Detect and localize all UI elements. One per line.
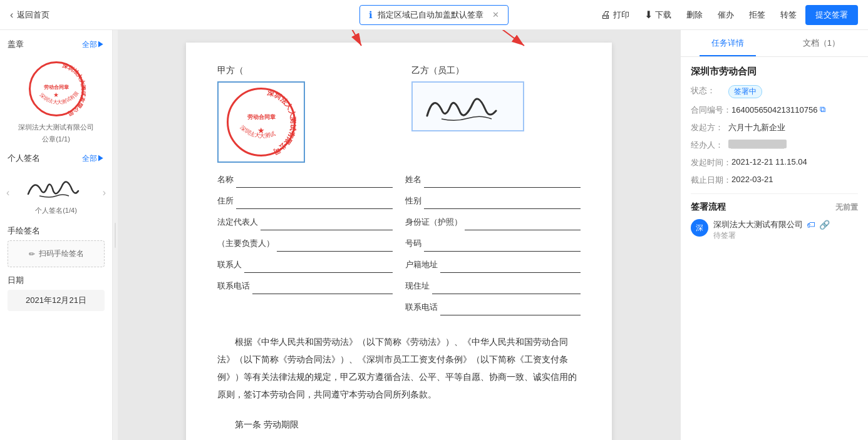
handwrite-header: 手绘签名 (8, 223, 105, 240)
field-line-id (465, 218, 581, 230)
deadline-value: 2022-03-21 (731, 175, 858, 184)
remind-button[interactable]: 催办 (711, 6, 740, 24)
field-gender: 性别 (405, 193, 581, 209)
sender-value: 六月十九新企业 (728, 122, 858, 133)
delete-label: 删除 (686, 9, 703, 21)
field-id: 身份证（护照） (405, 214, 581, 230)
field-id-num: 号码 (405, 235, 581, 252)
contract-no-key: 合同编号： (691, 105, 731, 116)
deadline-key: 截止日期： (691, 175, 731, 186)
sig-next-button[interactable]: › (101, 186, 107, 200)
party-b-col: 乙方（员工） (411, 61, 581, 166)
operator-masked: ██████████ (728, 140, 787, 148)
flow-section-header: 签署流程 无前置 (691, 202, 858, 213)
field-line-name-b (424, 175, 581, 188)
seal-thumbnail[interactable]: 深圳法大大测试有限公司 劳动合同章 ★ 深圳法大大测试有限 (0, 54, 112, 148)
notification-close-button[interactable]: ✕ (492, 10, 499, 19)
tab-document[interactable]: 文档（1） (775, 30, 869, 56)
left-sidebar: 盖章 全部▶ 深圳法大大测试有限公司 劳动合同章 ★ (0, 30, 113, 440)
print-icon: 🖨 (601, 9, 611, 21)
date-section: 日期 2021年12月21日 (0, 270, 112, 316)
field-phone-b: 联系电话 (405, 299, 581, 315)
copy-contract-no-button[interactable]: ⧉ (820, 105, 825, 115)
info-send-time-row: 发起时间： 2021-12-21 11.15.04 (691, 157, 858, 168)
document-area: 本文档仅供测试用途 本文档仅供测试用途 (118, 30, 680, 440)
field-line-address-a (236, 197, 393, 209)
notification-center: ℹ 指定区域已自动加盖默认签章 ✕ (359, 5, 509, 25)
seal-page-info: 公章(1/1) (42, 135, 70, 144)
field-principal: （主要负责人） (217, 235, 393, 252)
remind-label: 催办 (718, 9, 734, 21)
toolbar-actions: 🖨 打印 ⬇ 下载 删除 催办 拒签 转签 提交签署 (594, 5, 858, 25)
flow-section-label: 签署流程 (691, 202, 726, 213)
flow-name: 深圳法大大测试有限公司 🏷 🔗 (713, 219, 858, 230)
info-sender-row: 发起方： 六月十九新企业 (691, 122, 858, 133)
field-line-domicile (440, 260, 581, 273)
field-current-addr: 现住址 (405, 278, 581, 294)
party-b-title: 乙方（员工） (411, 61, 581, 79)
personal-sig-page-label: 个人签名(1/4) (35, 206, 77, 215)
document-page: 甲方（ 深圳法大大测试有限公司 (186, 43, 612, 440)
doc-paragraph: 根据《中华人民共和国劳动法》（以下简称《劳动法》）、《中华人民共和国劳动合同法》… (217, 333, 581, 403)
field-domicile: 户籍地址 (405, 257, 581, 273)
download-button[interactable]: ⬇ 下载 (638, 5, 678, 24)
info-deadline-row: 截止日期： 2022-03-21 (691, 175, 858, 186)
reject-label: 拒签 (749, 9, 765, 21)
flow-avatar: 深 (691, 219, 708, 237)
personal-sig-all-link[interactable]: 全部▶ (82, 153, 105, 164)
right-tabs: 任务详情 文档（1） (681, 30, 868, 57)
print-label: 打印 (613, 9, 629, 21)
link-icon[interactable]: 🔗 (819, 220, 830, 230)
signature-svg (22, 172, 91, 203)
transfer-button[interactable]: 转签 (774, 6, 803, 24)
date-label: 日期 (8, 275, 105, 286)
form-col-b: 姓名 性别 身份证（护照） 号码 (405, 171, 581, 320)
right-content: 深圳市劳动合同 状态： 签署中 合同编号： 164005650421311075… (681, 57, 868, 255)
notification-text: 指定区域已自动加盖默认签章 (378, 9, 483, 21)
scan-handwrite-button[interactable]: ✏ 扫码手绘签名 (8, 240, 105, 267)
field-line-name-a (236, 175, 393, 188)
info-icon: ℹ (369, 9, 373, 21)
info-contract-no-row: 合同编号： 164005650421311075​6 ⧉ (691, 105, 858, 116)
form-col-a: 名称 住所 法定代表人 （主要负责人） (217, 171, 393, 320)
operator-value: ██████████ (728, 140, 858, 148)
form-fields-row: 名称 住所 法定代表人 （主要负责人） (217, 171, 581, 320)
party-b-sig-box[interactable] (411, 81, 524, 131)
notification-bar: ℹ 指定区域已自动加盖默认签章 ✕ (359, 5, 509, 25)
sig-image (19, 170, 94, 205)
main-content: 盖章 全部▶ 深圳法大大测试有限公司 劳动合同章 ★ (0, 30, 868, 440)
date-box: 2021年12月21日 (8, 290, 105, 311)
party-a-seal-box[interactable]: 深圳法大大测试有限公司 劳动合同章 ★ (217, 81, 305, 163)
personal-sig-header: 个人签名 全部▶ (0, 150, 112, 168)
field-name-b: 姓名 (405, 171, 581, 188)
back-home-button[interactable]: ‹ 返回首页 (10, 9, 49, 21)
submit-button[interactable]: 提交签署 (805, 5, 858, 25)
toolbar: ‹ 返回首页 ℹ 指定区域已自动加盖默认签章 ✕ 🖨 打印 ⬇ 下载 删除 催办… (0, 0, 868, 30)
party-a-title: 甲方（ (217, 61, 386, 79)
party-a-seal: 深圳法大大测试有限公司 劳动合同章 ★ (227, 88, 296, 156)
sig-prev-button[interactable]: ‹ (5, 186, 11, 200)
submit-label: 提交签署 (815, 10, 848, 19)
tab-task-details[interactable]: 任务详情 (681, 30, 775, 56)
print-button[interactable]: 🖨 打印 (594, 6, 636, 24)
seal-all-link[interactable]: 全部▶ (82, 39, 105, 50)
sig-preview: 个人签名(1/4) (13, 170, 98, 215)
doc-more-text: 第一条 劳动期限 (217, 416, 581, 433)
flow-no-prev-label: 无前置 (835, 202, 858, 213)
back-label: 返回首页 (17, 9, 49, 21)
delete-button[interactable]: 删除 (680, 6, 709, 24)
info-operator-row: 经办人： ██████████ (691, 140, 858, 151)
parties-row: 甲方（ 深圳法大大测试有限公司 (217, 61, 581, 166)
scan-handwrite-label: 扫码手绘签名 (39, 248, 84, 259)
field-name-a: 名称 (217, 171, 393, 188)
reject-button[interactable]: 拒签 (743, 6, 772, 24)
personal-sig-label: 个人签名 (8, 153, 40, 164)
sender-key: 发起方： (691, 122, 728, 133)
field-line-legal-rep (261, 218, 393, 230)
tag-icon[interactable]: 🏷 (807, 220, 815, 230)
left-resize-handle[interactable] (113, 30, 118, 440)
seal-circle: 深圳法大大测试有限公司 劳动合同章 ★ 深圳法大大测试有限 (29, 61, 84, 116)
field-address-a: 住所 (217, 193, 393, 209)
back-arrow-icon: ‹ (10, 9, 13, 21)
send-time-key: 发起时间： (691, 157, 731, 168)
